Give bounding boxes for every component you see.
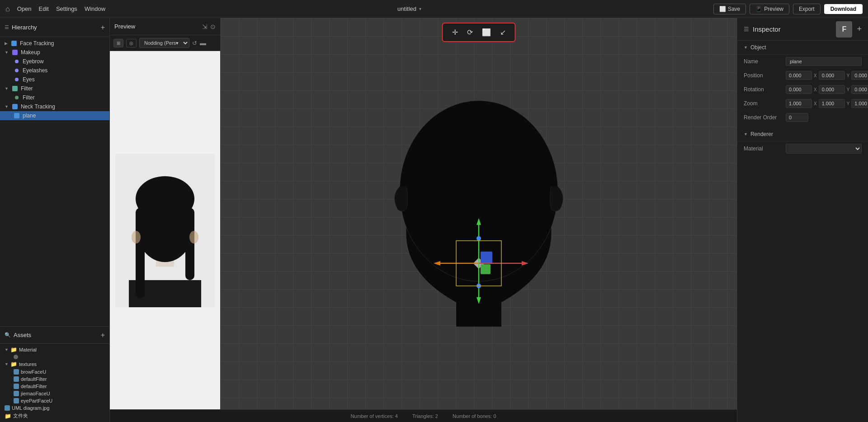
asset-item-eyePartFaceU[interactable]: eyePartFaceU bbox=[0, 397, 109, 404]
svg-point-8 bbox=[132, 231, 141, 244]
filter-child-label: Filter bbox=[23, 94, 35, 101]
object-section-header[interactable]: ▼ Object bbox=[737, 41, 868, 55]
prop-input-name[interactable] bbox=[786, 57, 862, 66]
preview-collapse-icon[interactable]: ⇲ bbox=[202, 23, 208, 30]
menu-open[interactable]: Open bbox=[17, 5, 32, 12]
image-icon-eyePartFaceU bbox=[14, 398, 19, 403]
tree-item-face-tracking[interactable]: ▶ Face Tracking bbox=[0, 39, 109, 48]
inspector-panel: ☰ Inspector F + ▼ Object Name Position bbox=[737, 18, 868, 422]
vp-tool-scale[interactable]: ⬜ bbox=[478, 26, 495, 38]
assets-panel: 🔍 Assets + ▼ 📁 Material ▼ bbox=[0, 326, 109, 422]
asset-label-defaultFilter1: defaultFilter bbox=[21, 376, 47, 382]
asset-item-browFaceU[interactable]: browFaceU bbox=[0, 368, 109, 375]
preview-refresh-icon[interactable]: ↺ bbox=[192, 40, 197, 47]
neck-tracking-label: Neck Tracking bbox=[21, 103, 55, 110]
nodding-dropdown[interactable]: Nodding (Pers▾ bbox=[139, 38, 189, 48]
prop-input-zoom-y[interactable] bbox=[819, 99, 845, 108]
viewport[interactable]: ✛ ⟳ ⬜ ↙ bbox=[221, 18, 737, 409]
save-button[interactable]: ⬜ Save bbox=[713, 4, 746, 14]
asset-item-textures[interactable]: ▼ 📁 textures bbox=[0, 360, 109, 368]
eyes-label: Eyes bbox=[23, 76, 35, 83]
preview-button[interactable]: 📱 Preview bbox=[750, 4, 789, 14]
asset-item-folder-cn[interactable]: 📁 文件夹 bbox=[0, 412, 109, 420]
project-title[interactable]: untitled bbox=[397, 5, 416, 12]
plane-icon bbox=[14, 113, 20, 119]
expand-arrow-textures[interactable]: ▼ bbox=[5, 362, 9, 366]
prop-input-pos-z[interactable] bbox=[851, 71, 868, 80]
inspector-header-right: F + bbox=[836, 21, 862, 38]
tree-item-neck-tracking[interactable]: ▼ Neck Tracking bbox=[0, 102, 109, 111]
asset-item-defaultFilter1[interactable]: defaultFilter bbox=[0, 375, 109, 383]
topbar-actions: ⬜ Save 📱 Preview Export Download bbox=[713, 4, 863, 14]
assets-add-button[interactable]: + bbox=[101, 331, 105, 339]
folder-icon-material: 📁 bbox=[10, 347, 17, 353]
tree-item-eyelashes[interactable]: Eyelashes bbox=[0, 66, 109, 75]
expand-arrow-neck[interactable]: ▼ bbox=[5, 104, 9, 109]
renderer-section-header[interactable]: ▼ Renderer bbox=[737, 127, 868, 141]
preview-menu-icon[interactable]: ▬ bbox=[200, 39, 206, 47]
prop-input-rot-y[interactable] bbox=[819, 85, 845, 94]
material-circle-icon bbox=[14, 355, 18, 359]
asset-item-jiemaoFaceU[interactable]: jiemaoFaceU bbox=[0, 390, 109, 397]
prop-select-material[interactable] bbox=[786, 144, 862, 154]
viewport-scene bbox=[366, 92, 592, 346]
menu-edit[interactable]: Edit bbox=[38, 5, 48, 12]
expand-arrow-makeup[interactable]: ▼ bbox=[5, 50, 9, 55]
image-icon-browFaceU bbox=[14, 369, 19, 375]
prop-input-rot-z[interactable] bbox=[851, 85, 868, 94]
inspector-add-button[interactable]: + bbox=[857, 24, 862, 34]
tree-item-filter-child[interactable]: Filter bbox=[0, 93, 109, 102]
statusbar: Number of vertices: 4 Triangles: 2 Numbe… bbox=[110, 409, 737, 422]
tree-item-makeup[interactable]: ▼ Makeup bbox=[0, 48, 109, 57]
tree-item-eyes[interactable]: Eyes bbox=[0, 75, 109, 84]
download-button[interactable]: Download bbox=[824, 4, 863, 14]
hierarchy-add-button[interactable]: + bbox=[101, 23, 105, 32]
expand-arrow-material[interactable]: ▼ bbox=[5, 347, 9, 352]
preview-circle-button[interactable]: ◎ bbox=[126, 39, 137, 47]
asset-item-uml[interactable]: UML diagram.jpg bbox=[0, 404, 109, 412]
renderer-section-arrow: ▼ bbox=[744, 132, 748, 136]
image-icon-defaultFilter1 bbox=[14, 376, 19, 382]
vp-tool-transform[interactable]: ↙ bbox=[496, 26, 509, 38]
home-icon[interactable]: ⌂ bbox=[5, 5, 10, 13]
folder-icon-textures: 📁 bbox=[10, 361, 17, 367]
asset-label-defaultFilter2: defaultFilter bbox=[21, 384, 47, 389]
prop-input-rot-x[interactable] bbox=[786, 85, 812, 94]
preview-settings-icon[interactable]: ⊙ bbox=[210, 23, 216, 30]
tree-item-plane[interactable]: plane bbox=[0, 111, 109, 120]
preview-grid-button[interactable]: ⊞ bbox=[113, 39, 123, 47]
expand-arrow-filter[interactable]: ▼ bbox=[5, 86, 9, 91]
prop-input-render-order[interactable] bbox=[786, 113, 808, 122]
tree-item-filter-parent[interactable]: ▼ Filter bbox=[0, 84, 109, 93]
prop-axis-pos-y: Y bbox=[847, 73, 850, 78]
topbar: ⌂ Open Edit Settings Window untitled ▾ ⬜… bbox=[0, 0, 868, 18]
prop-input-zoom-x[interactable] bbox=[786, 99, 812, 108]
expand-arrow-face-tracking[interactable]: ▶ bbox=[5, 41, 8, 46]
title-dropdown-icon[interactable]: ▾ bbox=[419, 6, 421, 11]
asset-label-folder-cn: 文件夹 bbox=[13, 413, 28, 419]
asset-item-material[interactable]: ▼ 📁 Material bbox=[0, 346, 109, 354]
prop-input-zoom-z[interactable] bbox=[851, 99, 868, 108]
head-3d-svg bbox=[366, 92, 592, 345]
search-icon: 🔍 bbox=[5, 332, 11, 338]
preview-toolbar: ⊞ ◎ Nodding (Pers▾ ↺ ▬ bbox=[110, 35, 220, 51]
svg-rect-7 bbox=[185, 208, 194, 280]
asset-label-material: Material bbox=[19, 347, 37, 352]
asset-item-defaultFilter2[interactable]: defaultFilter bbox=[0, 383, 109, 390]
export-button[interactable]: Export bbox=[793, 4, 821, 14]
vp-tool-move[interactable]: ✛ bbox=[448, 26, 462, 38]
prop-axis-pos-x: X bbox=[814, 73, 817, 78]
hierarchy-icon: ☰ bbox=[5, 24, 9, 30]
menu-settings[interactable]: Settings bbox=[56, 5, 77, 12]
prop-axis-zoom-x: X bbox=[814, 101, 817, 106]
inspector-lines-icon: ☰ bbox=[744, 26, 749, 33]
prop-input-pos-x[interactable] bbox=[786, 71, 812, 80]
face-tracking-icon bbox=[11, 40, 17, 47]
prop-row-position: Position X Y Z bbox=[737, 69, 868, 83]
vp-tool-rotate[interactable]: ⟳ bbox=[463, 26, 476, 38]
prop-input-pos-y[interactable] bbox=[819, 71, 845, 80]
menu-window[interactable]: Window bbox=[85, 5, 105, 12]
asset-label-eyePartFaceU: eyePartFaceU bbox=[21, 398, 52, 403]
tree-item-eyebrow[interactable]: Eyebrow bbox=[0, 57, 109, 66]
asset-item-mat-circle[interactable] bbox=[0, 354, 109, 360]
